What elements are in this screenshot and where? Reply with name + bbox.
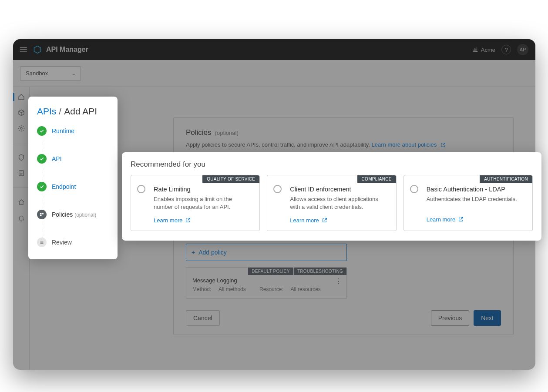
rail-home2-icon[interactable] xyxy=(17,198,25,206)
learn-more-link[interactable]: Learn more xyxy=(154,217,252,224)
app-title: API Manager xyxy=(46,46,88,54)
rail-cube-icon[interactable] xyxy=(17,109,25,117)
existing-policy-card[interactable]: DEFAULT POLICY TROUBLESHOOTING ⋮ Message… xyxy=(186,267,347,299)
check-icon xyxy=(37,154,47,164)
learn-more-link[interactable]: Learn more xyxy=(290,217,389,224)
add-policy-button[interactable]: + Add policy xyxy=(186,244,347,261)
step-endpoint[interactable]: Endpoint xyxy=(37,182,109,191)
rail-bell-icon[interactable] xyxy=(17,214,25,222)
svg-point-0 xyxy=(20,127,22,129)
env-toolbar: Sandbox ⌄ xyxy=(13,60,535,87)
logo-icon xyxy=(33,45,42,54)
panel-description: Apply policies to secure APIs, control t… xyxy=(186,141,501,148)
svg-rect-4 xyxy=(40,215,42,217)
step-api[interactable]: API xyxy=(37,154,109,164)
rail-gear-icon[interactable] xyxy=(17,124,25,132)
reco-tag: COMPLIANCE xyxy=(357,175,396,183)
review-step-icon xyxy=(37,238,47,247)
environment-value: Sandbox xyxy=(26,70,48,77)
rail-shield-icon[interactable] xyxy=(17,154,25,161)
panel-title: Policies (optional) xyxy=(186,128,501,137)
radio-icon[interactable] xyxy=(137,185,145,193)
reco-desc: Enables imposing a limit on the number o… xyxy=(154,195,252,211)
radio-icon[interactable] xyxy=(410,185,418,193)
step-runtime[interactable]: Runtime xyxy=(37,126,109,136)
org-switcher[interactable]: Acme xyxy=(472,47,495,53)
rail-home-icon[interactable] xyxy=(17,93,25,101)
reco-client-id[interactable]: COMPLIANCE Client ID enforcement Allows … xyxy=(267,175,396,231)
breadcrumb: APIs / Add API xyxy=(37,106,109,117)
reco-title: Basic Authentication - LDAP xyxy=(427,186,525,193)
step-policies[interactable]: Policies (optional) xyxy=(37,210,109,219)
menu-icon[interactable] xyxy=(20,47,27,52)
reco-title: Client ID enforcement xyxy=(290,186,389,193)
learn-about-policies-link[interactable]: Learn more about policies xyxy=(372,141,446,148)
org-name: Acme xyxy=(481,47,495,53)
plus-icon: + xyxy=(192,249,195,256)
reco-tag: AUTHENTIFICATION xyxy=(480,175,532,183)
environment-select[interactable]: Sandbox ⌄ xyxy=(20,66,81,81)
recommendations-panel: Recommended for you QUALITY OF SERVICE R… xyxy=(122,152,541,241)
check-icon xyxy=(37,182,47,191)
radio-icon[interactable] xyxy=(273,185,282,193)
nav-rail xyxy=(13,87,30,370)
wizard-steps-card: APIs / Add API Runtime API Endpoint Poli… xyxy=(28,97,118,259)
reco-basic-auth-ldap[interactable]: AUTHENTIFICATION Basic Authentication - … xyxy=(403,175,533,231)
chevron-down-icon: ⌄ xyxy=(71,70,76,77)
breadcrumb-root[interactable]: APIs xyxy=(37,106,56,117)
policy-title: Message Logging xyxy=(192,277,340,284)
learn-more-link[interactable]: Learn more xyxy=(427,216,525,223)
cancel-button[interactable]: Cancel xyxy=(186,310,220,326)
reco-rate-limiting[interactable]: QUALITY OF SERVICE Rate Limiting Enables… xyxy=(131,175,260,231)
more-icon[interactable]: ⋮ xyxy=(335,280,342,283)
recommendations-heading: Recommended for you xyxy=(131,160,533,169)
reco-tag: QUALITY OF SERVICE xyxy=(202,175,259,183)
reco-desc: Allows access to client applications wit… xyxy=(290,195,389,211)
help-icon[interactable]: ? xyxy=(501,45,511,54)
reco-desc: Authenticates the LDAP credentials. xyxy=(427,195,525,210)
policies-step-icon xyxy=(37,210,47,219)
reco-title: Rate Limiting xyxy=(154,186,252,193)
policy-tag: DEFAULT POLICY xyxy=(248,268,293,275)
breadcrumb-current: Add API xyxy=(64,106,97,117)
step-review[interactable]: Review xyxy=(37,238,109,247)
svg-rect-2 xyxy=(40,213,42,214)
next-button[interactable]: Next xyxy=(474,310,501,326)
svg-rect-3 xyxy=(42,213,44,214)
avatar[interactable]: AP xyxy=(517,44,528,55)
check-icon xyxy=(37,126,47,136)
previous-button[interactable]: Previous xyxy=(431,310,469,326)
topbar: API Manager Acme ? AP xyxy=(13,39,535,60)
rail-script-icon[interactable] xyxy=(17,169,25,177)
policy-tag: TROUBLESHOOTING xyxy=(294,268,346,275)
